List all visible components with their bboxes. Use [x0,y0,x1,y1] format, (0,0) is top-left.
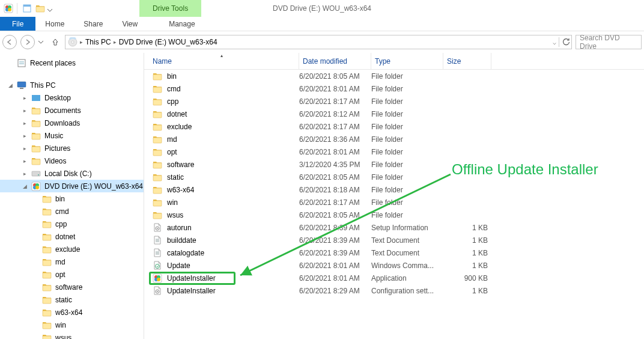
file-row[interactable]: exclude6/20/2021 8:17 AMFile folder [144,120,644,133]
back-button[interactable] [2,35,17,49]
expand-icon[interactable]: ◢ [22,183,28,189]
nav-sub-exclude[interactable]: exclude [0,243,144,255]
disc-icon [31,182,41,191]
file-row[interactable]: opt6/20/2021 8:01 AMFile folder [144,145,644,158]
nav-sub-cpp[interactable]: cpp [0,218,144,230]
nav-sub-opt[interactable]: opt [0,268,144,281]
address-bar[interactable]: ▸ This PC ▸ DVD Drive (E:) WOU_w63-x64 ⌵ [65,35,572,49]
nav-sub-win[interactable]: win [0,319,144,331]
qat-newfolder-icon[interactable] [34,2,46,14]
file-row[interactable]: cmd6/20/2021 8:01 AMFile folder [144,82,644,95]
file-row[interactable]: dotnet6/20/2021 8:12 AMFile folder [144,108,644,120]
recent-icon [17,58,26,68]
nav-music[interactable]: ▸Music [0,129,144,142]
file-type: File folder [371,110,443,118]
nav-videos[interactable]: ▸Videos [0,154,144,167]
file-size: 900 KB [443,274,491,282]
col-size[interactable]: Size [443,53,491,69]
file-size: 1 KB [443,261,491,270]
file-row[interactable]: builddate6/20/2021 8:39 AMText Document1… [144,234,644,246]
file-date: 6/20/2021 8:01 AM [299,85,371,93]
chevron-icon[interactable]: ▸ [114,39,117,45]
nav-localdisk[interactable]: ▸Local Disk (C:) [0,167,144,180]
folder-icon [31,131,41,141]
nav-sub-w63-x64[interactable]: w63-x64 [0,306,144,319]
nav-label: opt [55,270,65,279]
file-type: Application [371,274,443,282]
col-date[interactable]: Date modified [299,53,371,69]
file-row[interactable]: w63-x646/20/2021 8:18 AMFile folder [144,183,644,196]
address-row: ▸ This PC ▸ DVD Drive (E:) WOU_w63-x64 ⌵… [0,31,644,53]
tab-share[interactable]: Share [74,17,112,31]
tab-home[interactable]: Home [35,17,74,31]
file-date: 6/20/2021 8:39 AM [299,224,371,232]
tab-manage[interactable]: Manage [159,17,204,31]
file-type: File folder [371,85,443,93]
file-row[interactable]: UpdateInstaller6/20/2021 8:01 AMApplicat… [144,272,644,284]
folder-icon [42,194,52,204]
file-type: File folder [371,72,443,81]
file-row[interactable]: win6/20/2021 8:17 AMFile folder [144,196,644,209]
col-type[interactable]: Type [371,53,443,69]
file-date: 6/20/2021 8:05 AM [299,211,371,219]
nav-sub-wsus[interactable]: wsus [0,331,144,339]
context-tab-drivetools[interactable]: Drive Tools [139,0,201,17]
nav-desktop[interactable]: ▸Desktop [0,91,144,104]
folder-icon [153,135,162,144]
folder-icon [153,72,162,81]
tab-view[interactable]: View [112,17,147,31]
nav-label: Music [44,132,63,140]
nav-dvd-drive[interactable]: ◢DVD Drive (E:) WOU_w63-x64 [0,180,144,192]
nav-sub-static[interactable]: static [0,293,144,306]
qat-properties-icon[interactable] [21,2,33,14]
recent-dropdown-icon[interactable] [38,38,46,46]
nav-pictures[interactable]: ▸Pictures [0,142,144,154]
sort-asc-icon: ▴ [220,53,223,58]
forward-button[interactable] [20,35,35,49]
folder-icon [42,245,52,254]
col-label: Name [153,57,172,66]
nav-sub-cmd[interactable]: cmd [0,205,144,218]
nav-recent-places[interactable]: Recent places [0,56,144,69]
search-input[interactable]: Search DVD Drive [576,35,642,49]
file-row[interactable]: catalogdate6/20/2021 8:39 AMText Documen… [144,246,644,259]
nav-label: dotnet [55,233,75,241]
breadcrumb-dvd[interactable]: DVD Drive (E:) WOU_w63-x64 [119,38,217,46]
file-row[interactable]: UpdateInstaller6/20/2021 8:29 AMConfigur… [144,284,644,297]
nav-sub-md[interactable]: md [0,255,144,268]
file-type: File folder [371,186,443,194]
file-row[interactable]: md6/20/2021 8:36 AMFile folder [144,133,644,145]
txt-icon [153,248,162,258]
file-date: 6/20/2021 8:01 AM [299,274,371,282]
nav-sub-dotnet[interactable]: dotnet [0,230,144,243]
nav-sub-software[interactable]: software [0,281,144,293]
col-name[interactable]: Name▴ [144,53,299,69]
file-row[interactable]: bin6/20/2021 8:05 AMFile folder [144,70,644,82]
file-type: Windows Comma... [371,261,443,270]
ini-icon [153,286,162,296]
file-row[interactable]: autorun6/20/2021 8:39 AMSetup Informatio… [144,221,644,234]
chevron-icon[interactable]: ▸ [80,39,83,45]
folder-icon [42,257,52,267]
nav-downloads[interactable]: ▸Downloads [0,117,144,129]
content-pane: Name▴ Date modified Type Size bin6/20/20… [144,53,644,339]
folder-icon [42,219,52,229]
breadcrumb-thispc[interactable]: This PC [85,38,111,46]
addr-dropdown-icon[interactable]: ⌵ [553,39,556,46]
file-row[interactable]: cpp6/20/2021 8:17 AMFile folder [144,95,644,108]
nav-sub-bin[interactable]: bin [0,192,144,205]
qat-dropdown-icon[interactable] [47,6,52,11]
nav-label: cmd [55,207,69,216]
file-row[interactable]: Update6/20/2021 8:01 AMWindows Comma...1… [144,259,644,272]
up-button[interactable] [49,36,61,48]
nav-documents[interactable]: ▸Documents [0,104,144,117]
file-date: 6/20/2021 8:18 AM [299,186,371,194]
refresh-icon[interactable] [562,37,570,47]
file-row[interactable]: wsus6/20/2021 8:05 AMFile folder [144,209,644,221]
nav-this-pc[interactable]: ◢ This PC [0,79,144,91]
tab-file[interactable]: File [0,17,35,31]
drive-icon [31,169,41,179]
nav-label: Recent places [30,59,76,67]
window-title: DVD Drive (E:) WOU_w63-x64 [273,0,371,17]
expand-icon[interactable]: ◢ [7,82,13,88]
